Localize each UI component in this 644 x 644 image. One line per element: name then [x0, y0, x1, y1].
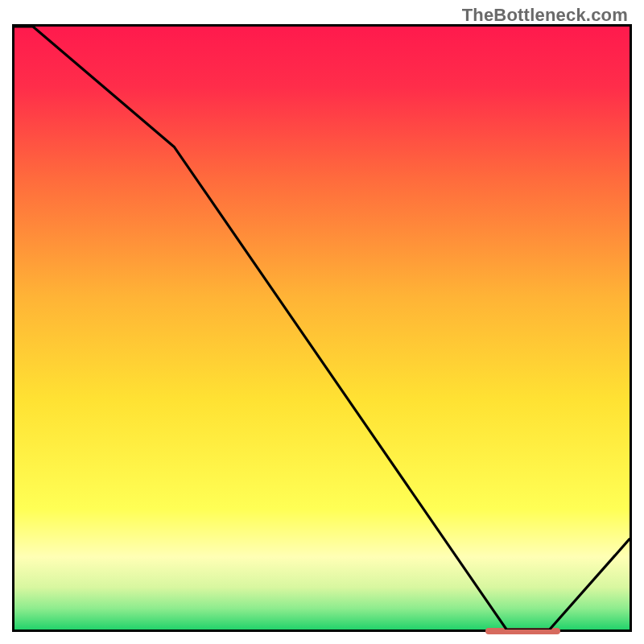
data-line	[14, 27, 630, 630]
chart-container: TheBottleneck.com	[0, 0, 644, 644]
watermark-text: TheBottleneck.com	[462, 5, 628, 26]
plot-frame	[12, 24, 632, 632]
